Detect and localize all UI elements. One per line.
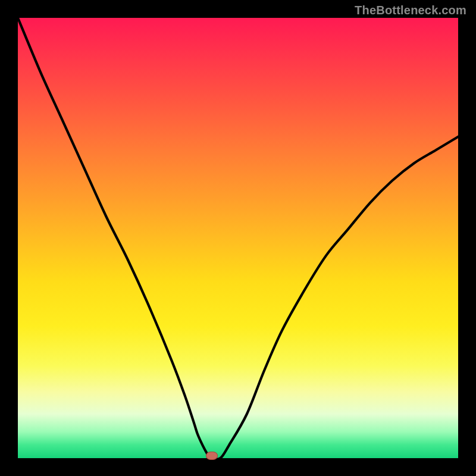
optimal-marker [206, 452, 218, 460]
chart-frame: TheBottleneck.com [0, 0, 476, 476]
bottleneck-curve [18, 18, 458, 458]
plot-area [18, 18, 458, 458]
curve-path [18, 18, 458, 458]
watermark-text: TheBottleneck.com [355, 4, 466, 17]
